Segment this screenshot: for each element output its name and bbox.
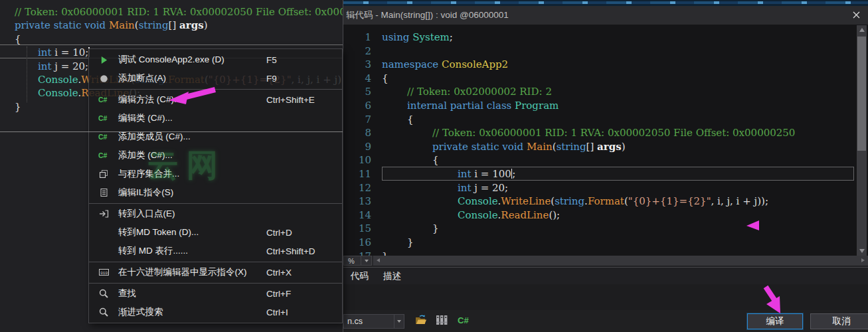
zoom-dropdown-button[interactable] bbox=[361, 256, 372, 266]
code-line: 10{ bbox=[343, 153, 868, 167]
dialog-tab-row: 代码 描述 bbox=[343, 267, 868, 285]
menu-item-edit-il[interactable]: 编辑IL指令(S) bbox=[89, 183, 342, 202]
search-icon bbox=[96, 289, 112, 298]
line-number: 15 bbox=[343, 222, 371, 236]
svg-text:C#: C# bbox=[98, 133, 108, 141]
code-editor[interactable]: 1using System;23namespace ConsoleApp24{5… bbox=[343, 25, 868, 256]
line-number: 11 bbox=[343, 167, 371, 181]
scroll-left-arrow-icon[interactable] bbox=[377, 258, 380, 262]
code-line: 15} bbox=[343, 222, 868, 236]
search-icon bbox=[96, 307, 112, 317]
menu-item-goto-md-token[interactable]: 转到MD Token (D)...Ctrl+D bbox=[89, 223, 342, 242]
scroll-up-arrow-icon[interactable] bbox=[857, 25, 867, 35]
csharp-file-type-button[interactable]: C# bbox=[457, 315, 470, 327]
indent-guide bbox=[27, 46, 27, 102]
compile-button[interactable]: 编译 bbox=[747, 313, 803, 329]
file-select-value: n.cs bbox=[344, 317, 394, 326]
open-file-button[interactable] bbox=[414, 314, 428, 328]
close-button[interactable] bbox=[844, 6, 868, 25]
menu-item-shortcut: Ctrl+F bbox=[266, 289, 337, 299]
il-icon bbox=[96, 188, 112, 197]
breakpoint-icon bbox=[96, 74, 112, 83]
line-number: 9 bbox=[343, 140, 371, 154]
menu-item-label: 添加类 (C#)... bbox=[118, 149, 173, 161]
menu-item-edit-method[interactable]: C#编辑方法 (C#)...Ctrl+Shift+E bbox=[89, 90, 342, 109]
chevron-down-icon bbox=[397, 320, 401, 323]
menu-item-add-class[interactable]: C#添加类 (C#)... bbox=[89, 146, 342, 165]
dialog-title-bar[interactable]: 辑代码 - Main(string[]) : void @06000001 bbox=[343, 6, 868, 25]
entry-icon bbox=[96, 209, 112, 218]
menu-separator bbox=[89, 283, 342, 284]
line-number: 16 bbox=[343, 236, 371, 250]
svg-text:C#: C# bbox=[98, 114, 108, 122]
menu-item-label: 转到 MD 表行...... bbox=[118, 245, 188, 257]
file-select-dropdown[interactable] bbox=[394, 315, 404, 328]
svg-text:0101: 0101 bbox=[100, 271, 109, 276]
merge-icon bbox=[96, 169, 112, 179]
menu-item-shortcut: Ctrl+I bbox=[266, 307, 337, 317]
code-line: 12int j = 20; bbox=[343, 181, 868, 195]
vertical-scrollbar[interactable] bbox=[857, 25, 867, 256]
pane-splitter[interactable] bbox=[0, 131, 343, 132]
menu-item-show-in-hex-editor[interactable]: 0101在十六进制编辑器中显示指令(X)Ctrl+X bbox=[89, 263, 342, 282]
none-icon bbox=[96, 228, 112, 236]
menu-item-add-class-member[interactable]: C#添加类成员 (C#)... bbox=[89, 127, 342, 146]
code-line: 2 bbox=[343, 44, 868, 58]
line-number: 14 bbox=[343, 208, 371, 222]
open-folder-icon bbox=[414, 314, 428, 328]
menu-item-label: 转到入口点(E) bbox=[118, 208, 175, 220]
code-line: 11int i = 100; bbox=[343, 167, 868, 181]
csharp-icon: C# bbox=[96, 114, 112, 122]
menu-item-shortcut: Ctrl+D bbox=[266, 228, 337, 238]
line-number: 8 bbox=[343, 126, 371, 140]
code-line: 3namespace ConsoleApp2 bbox=[343, 58, 868, 72]
code-line: private static void Main(string[] args) bbox=[0, 19, 343, 32]
close-icon bbox=[853, 9, 860, 21]
assembly-references-button[interactable] bbox=[436, 315, 448, 328]
scroll-right-arrow-icon[interactable] bbox=[861, 258, 865, 262]
menu-item-shortcut: Ctrl+X bbox=[266, 268, 337, 278]
books-icon bbox=[436, 315, 448, 328]
tab-description[interactable]: 描述 bbox=[376, 268, 408, 285]
menu-item-debug[interactable]: 调试 ConsoleApp2.exe (D)F5 bbox=[89, 50, 342, 69]
menu-item-incremental-search[interactable]: 渐进式搜索Ctrl+I bbox=[89, 303, 342, 321]
code-line: 9private static void Main(string[] args) bbox=[343, 140, 868, 154]
line-number: 5 bbox=[343, 85, 371, 99]
line-number: 6 bbox=[343, 99, 371, 113]
menu-item-goto-entrypoint[interactable]: 转到入口点(E) bbox=[89, 205, 342, 223]
menu-item-label: 添加断点(A) bbox=[118, 72, 166, 84]
menu-item-shortcut: F5 bbox=[266, 55, 337, 65]
file-select[interactable]: n.cs bbox=[343, 314, 404, 329]
menu-item-edit-class[interactable]: C#编辑类 (C#)... bbox=[89, 109, 342, 127]
menu-item-goto-md-table-row[interactable]: 转到 MD 表行......Ctrl+Shift+D bbox=[89, 242, 342, 260]
scroll-down-arrow-icon[interactable] bbox=[857, 246, 867, 256]
code-line: 5// Token: 0x02000002 RID: 2 bbox=[343, 85, 868, 99]
menu-item-label: 查找 bbox=[118, 288, 136, 299]
menu-item-add-breakpoint[interactable]: 添加断点(A)F9 bbox=[89, 69, 342, 88]
vertical-scrollbar-thumb[interactable] bbox=[857, 37, 866, 151]
line-number: 2 bbox=[343, 44, 371, 58]
line-number: 10 bbox=[343, 153, 371, 167]
dnspy-window: { "colors": { "accent_blue": "#1c97ea", … bbox=[0, 0, 868, 332]
menu-item-label: 编辑方法 (C#)... bbox=[118, 94, 181, 106]
line-number: 3 bbox=[343, 58, 371, 72]
menu-separator bbox=[89, 262, 342, 262]
code-line: 14Console.ReadLine(); bbox=[343, 208, 868, 222]
menu-item-merge-with-assembly[interactable]: 与程序集合并... bbox=[89, 165, 342, 183]
tab-code[interactable]: 代码 bbox=[343, 268, 376, 285]
dialog-title-clip: 辑代码 - Main(string[]) : void @06000001 bbox=[343, 6, 844, 25]
hex-icon: 0101 bbox=[96, 268, 112, 276]
zoom-level-select[interactable]: % bbox=[343, 256, 361, 266]
line-number: 1 bbox=[343, 31, 371, 44]
menu-item-label: 编辑IL指令(S) bbox=[118, 187, 173, 199]
menu-item-label: 编辑类 (C#)... bbox=[118, 112, 173, 124]
cancel-button[interactable]: 取消 bbox=[810, 313, 868, 329]
menu-item-label: 渐进式搜索 bbox=[118, 306, 163, 318]
menu-item-find[interactable]: 查找Ctrl+F bbox=[89, 284, 342, 303]
line-number: 12 bbox=[343, 181, 371, 195]
code-line: 16} bbox=[343, 236, 868, 250]
menu-item-shortcut: Ctrl+Shift+E bbox=[266, 95, 337, 105]
description-panel bbox=[343, 284, 868, 310]
line-number: 17 bbox=[343, 250, 371, 256]
horizontal-scrollbar[interactable] bbox=[373, 256, 868, 266]
